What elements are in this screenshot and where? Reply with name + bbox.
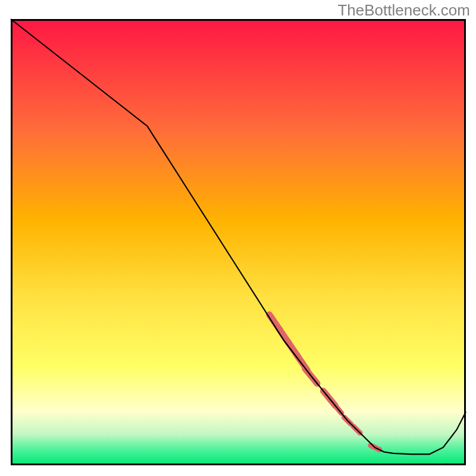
watermark-label: TheBottleneck.com: [337, 1, 470, 20]
chart-stage: TheBottleneck.com: [0, 0, 476, 476]
data-curve: [11, 19, 466, 454]
marker-highlights: [270, 315, 380, 450]
plot-layer: [0, 0, 476, 476]
